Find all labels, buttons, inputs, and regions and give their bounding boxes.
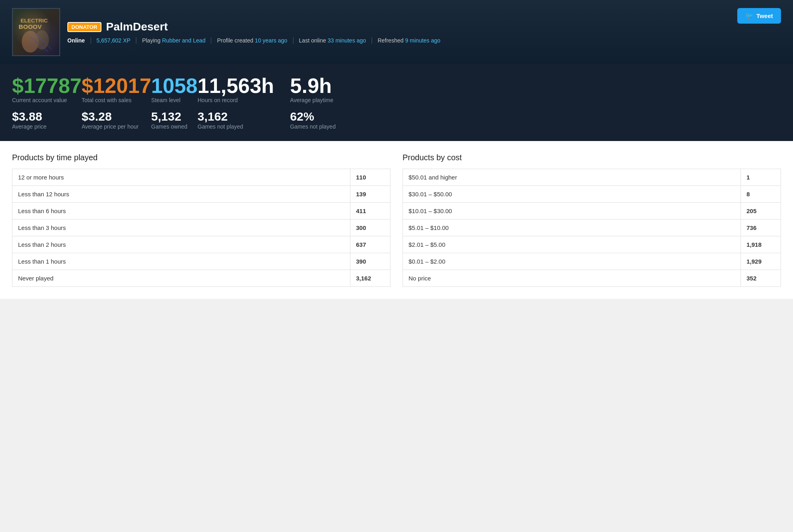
- stats-section-cost: $12017 Total cost with sales $3.28 Avera…: [82, 75, 152, 130]
- username: PalmDesert: [106, 20, 168, 33]
- time-label: Never played: [12, 270, 350, 287]
- average-playtime-label: Average playtime: [290, 97, 336, 103]
- stat-games-owned: 5,132 Games owned: [151, 111, 198, 130]
- stats-section-playtime: 5.9h Average playtime 62% Games not play…: [274, 75, 336, 130]
- cost-value: 736: [741, 220, 781, 236]
- tables-section: Products by time played 12 or more hours…: [0, 141, 793, 299]
- hours-on-record: 11,563h: [198, 75, 274, 96]
- time-value: 390: [350, 253, 390, 270]
- svg-line-6: [24, 32, 48, 51]
- online-status: Online: [67, 37, 91, 44]
- cost-label: $50.01 and higher: [403, 169, 741, 186]
- table-row: Less than 3 hours300: [12, 220, 390, 236]
- stat-avg-price-per-hour: $3.28 Average price per hour: [82, 111, 152, 130]
- stat-steam-level: 1058 Steam level: [151, 75, 198, 103]
- average-price: $3.88: [12, 111, 82, 123]
- time-value: 3,162: [350, 270, 390, 287]
- stats-bar: $17787 Current account value $3.88 Avera…: [0, 64, 793, 141]
- cost-label: $2.01 – $5.00: [403, 236, 741, 253]
- products-by-cost-title: Products by cost: [403, 153, 781, 162]
- stat-average-playtime: 5.9h Average playtime: [290, 75, 336, 103]
- average-price-label: Average price: [12, 123, 82, 130]
- table-row: $5.01 – $10.00736: [403, 220, 781, 236]
- stat-account-value: $17787 Current account value: [12, 75, 82, 103]
- average-price-per-hour: $3.28: [82, 111, 152, 123]
- games-not-played-count-label: Games not played: [198, 123, 274, 130]
- cost-label: $30.01 – $50.00: [403, 186, 741, 203]
- refreshed: Refreshed 9 minutes ago: [372, 37, 446, 44]
- svg-line-7: [32, 30, 51, 49]
- current-account-value-label: Current account value: [12, 97, 82, 103]
- table-row: 12 or more hours110: [12, 169, 390, 186]
- time-label: Less than 3 hours: [12, 220, 350, 236]
- time-label: Less than 2 hours: [12, 236, 350, 253]
- games-owned: 5,132: [151, 111, 198, 123]
- svg-rect-1: [13, 9, 59, 55]
- games-not-played-pct: 62%: [290, 111, 336, 123]
- games-owned-label: Games owned: [151, 123, 198, 130]
- games-not-played-count: 3,162: [198, 111, 274, 123]
- svg-rect-0: [13, 9, 59, 55]
- time-label: 12 or more hours: [12, 169, 350, 186]
- time-value: 411: [350, 203, 390, 220]
- cost-value: 1,918: [741, 236, 781, 253]
- steam-level: 1058: [151, 75, 198, 96]
- cost-label: $0.01 – $2.00: [403, 253, 741, 270]
- time-label: Less than 6 hours: [12, 203, 350, 220]
- cost-value: 352: [741, 270, 781, 287]
- meta-row: Online 5,657,602 XP Playing Rubber and L…: [67, 37, 446, 44]
- products-by-time-table: 12 or more hours110Less than 12 hours139…: [12, 169, 390, 287]
- time-label: Less than 12 hours: [12, 186, 350, 203]
- header-left: ELECTRIC BOOOV DONATOR PalmDesert Online: [12, 8, 446, 56]
- cost-label: $10.01 – $30.00: [403, 203, 741, 220]
- last-online: Last online 33 minutes ago: [293, 37, 372, 44]
- svg-point-5: [35, 30, 49, 49]
- table-row: Less than 1 hours390: [12, 253, 390, 270]
- table-row: $10.01 – $30.00205: [403, 203, 781, 220]
- total-cost-sales-label: Total cost with sales: [82, 97, 152, 103]
- table-row: $2.01 – $5.001,918: [403, 236, 781, 253]
- svg-point-4: [22, 31, 39, 52]
- table-row: $30.01 – $50.008: [403, 186, 781, 203]
- cost-label: No price: [403, 270, 741, 287]
- name-row: DONATOR PalmDesert: [67, 20, 446, 33]
- profile-created: Profile created 10 years ago: [211, 37, 293, 44]
- stats-section-level: 1058 Steam level 5,132 Games owned: [151, 75, 198, 130]
- cost-value: 1,929: [741, 253, 781, 270]
- current-account-value: $17787: [12, 75, 82, 96]
- table-row: Less than 2 hours637: [12, 236, 390, 253]
- time-value: 110: [350, 169, 390, 186]
- table-row: $0.01 – $2.001,929: [403, 253, 781, 270]
- stat-avg-price: $3.88 Average price: [12, 111, 82, 130]
- average-playtime: 5.9h: [290, 75, 336, 96]
- products-by-cost-block: Products by cost $50.01 and higher1$30.0…: [403, 153, 781, 287]
- time-value: 139: [350, 186, 390, 203]
- page-header: ELECTRIC BOOOV DONATOR PalmDesert Online: [0, 0, 793, 64]
- stats-section-value: $17787 Current account value $3.88 Avera…: [12, 75, 82, 130]
- cost-value: 1: [741, 169, 781, 186]
- hours-on-record-label: Hours on record: [198, 97, 274, 103]
- time-value: 300: [350, 220, 390, 236]
- svg-text:ELECTRIC: ELECTRIC: [20, 18, 48, 24]
- tweet-button[interactable]: 🐦 Tweet: [737, 8, 781, 24]
- total-cost-sales: $12017: [82, 75, 152, 96]
- table-row: Less than 6 hours411: [12, 203, 390, 220]
- stats-section-hours: 11,563h Hours on record 3,162 Games not …: [198, 75, 274, 130]
- cost-value: 205: [741, 203, 781, 220]
- playing-info: Playing Rubber and Lead: [136, 37, 211, 44]
- products-by-time-title: Products by time played: [12, 153, 390, 162]
- games-not-played-pct-label: Games not played: [290, 123, 336, 130]
- table-row: Less than 12 hours139: [12, 186, 390, 203]
- time-value: 637: [350, 236, 390, 253]
- table-row: Never played3,162: [12, 270, 390, 287]
- avatar: ELECTRIC BOOOV: [12, 8, 60, 56]
- donator-badge: DONATOR: [67, 22, 101, 32]
- products-by-time-block: Products by time played 12 or more hours…: [12, 153, 390, 287]
- steam-level-label: Steam level: [151, 97, 198, 103]
- stat-hours-on-record: 11,563h Hours on record: [198, 75, 274, 103]
- avatar-image: ELECTRIC BOOOV: [13, 8, 59, 56]
- cost-value: 8: [741, 186, 781, 203]
- time-label: Less than 1 hours: [12, 253, 350, 270]
- svg-text:BOOOV: BOOOV: [19, 23, 42, 30]
- stat-games-not-played-pct: 62% Games not played: [290, 111, 336, 130]
